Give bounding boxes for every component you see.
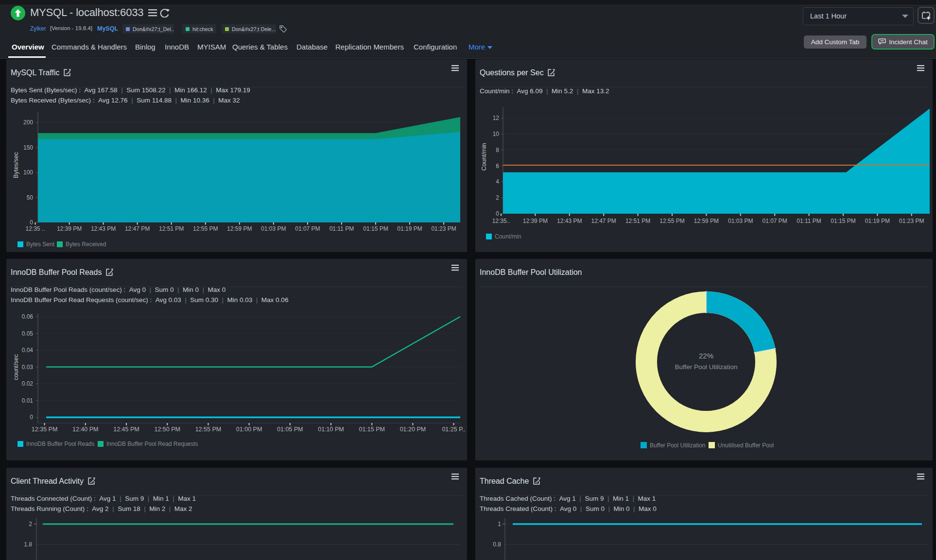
svg-text:0.03: 0.03: [22, 364, 34, 371]
svg-text:12:55 PM: 12:55 PM: [659, 218, 684, 224]
svg-text:Buffer Pool Utilization: Buffer Pool Utilization: [650, 442, 706, 449]
svg-text:01:11 PM: 01:11 PM: [329, 225, 354, 232]
svg-text:01:05 PM: 01:05 PM: [277, 426, 303, 433]
svg-text:12:43 PM: 12:43 PM: [91, 225, 116, 232]
svg-text:12:59 PM: 12:59 PM: [227, 225, 252, 232]
svg-text:12:35..: 12:35..: [492, 218, 510, 224]
svg-text:10: 10: [493, 131, 500, 137]
svg-text:Bytes Received: Bytes Received: [66, 241, 106, 248]
svg-text:150: 150: [23, 144, 33, 151]
svg-text:12:47 PM: 12:47 PM: [125, 225, 150, 232]
svg-text:0.06: 0.06: [22, 313, 34, 320]
svg-text:0: 0: [496, 210, 499, 217]
svg-text:Bytes/sec: Bytes/sec: [13, 152, 19, 178]
svg-text:0.04: 0.04: [22, 347, 34, 354]
svg-text:12:55 PM: 12:55 PM: [193, 225, 218, 232]
svg-text:12:35 ..: 12:35 ..: [25, 225, 45, 232]
svg-text:InnoDB Buffer Pool Reads: InnoDB Buffer Pool Reads: [26, 441, 95, 447]
svg-text:12:51 PM: 12:51 PM: [625, 218, 650, 224]
svg-text:8: 8: [496, 147, 499, 153]
svg-text:2: 2: [496, 194, 499, 201]
svg-text:01:15 PM: 01:15 PM: [363, 225, 388, 232]
svg-text:01:23 PM: 01:23 PM: [431, 225, 456, 232]
svg-text:1: 1: [498, 521, 501, 527]
svg-text:12:51 PM: 12:51 PM: [159, 225, 184, 232]
svg-text:Buffer Pool Utilization: Buffer Pool Utilization: [675, 363, 738, 371]
svg-text:01:07 PM: 01:07 PM: [763, 218, 787, 224]
svg-text:12:47 PM: 12:47 PM: [591, 218, 616, 224]
svg-text:01:25 P..: 01:25 P..: [442, 426, 465, 433]
svg-text:12:39 PM: 12:39 PM: [523, 218, 548, 224]
svg-text:22%: 22%: [699, 352, 713, 360]
svg-text:12: 12: [493, 115, 500, 121]
svg-text:100: 100: [23, 169, 33, 176]
svg-text:0.05: 0.05: [22, 330, 34, 337]
svg-text:4: 4: [496, 178, 499, 185]
svg-text:12:59 PM: 12:59 PM: [694, 218, 719, 224]
svg-text:50: 50: [27, 194, 34, 201]
svg-text:01:15 PM: 01:15 PM: [831, 218, 855, 224]
svg-text:Unutilised Buffer Pool: Unutilised Buffer Pool: [718, 442, 774, 449]
svg-text:01:10 PM: 01:10 PM: [318, 426, 344, 433]
svg-text:01:19 PM: 01:19 PM: [865, 218, 890, 224]
svg-text:12:40 PM: 12:40 PM: [72, 426, 99, 433]
svg-text:01:03 PM: 01:03 PM: [261, 225, 286, 232]
svg-text:01:20 PM: 01:20 PM: [400, 426, 426, 433]
svg-text:01:15 PM: 01:15 PM: [359, 426, 385, 433]
svg-text:InnoDB Buffer Pool Read Reques: InnoDB Buffer Pool Read Requests: [106, 441, 198, 447]
svg-text:Count/min: Count/min: [495, 233, 521, 240]
svg-text:12:50 PM: 12:50 PM: [154, 426, 180, 433]
svg-text:Count/min: Count/min: [481, 143, 487, 170]
svg-text:12:43 PM: 12:43 PM: [557, 218, 582, 224]
svg-text:0.8: 0.8: [493, 541, 501, 548]
svg-text:12:55 PM: 12:55 PM: [195, 426, 222, 433]
svg-text:01:19 PM: 01:19 PM: [397, 225, 422, 232]
svg-text:1.8: 1.8: [24, 541, 32, 548]
svg-text:12:39 PM: 12:39 PM: [57, 225, 82, 232]
svg-text:01:03 PM: 01:03 PM: [728, 218, 753, 224]
svg-text:0.02: 0.02: [22, 380, 34, 387]
svg-text:01:07 PM: 01:07 PM: [295, 225, 320, 232]
svg-text:01:11 PM: 01:11 PM: [797, 218, 821, 224]
svg-text:01:23 PM: 01:23 PM: [899, 218, 924, 224]
svg-text:12:45 PM: 12:45 PM: [113, 426, 139, 433]
svg-text:count/sec: count/sec: [13, 354, 19, 380]
svg-text:Bytes Sent: Bytes Sent: [26, 241, 55, 248]
svg-text:0: 0: [30, 219, 33, 226]
svg-text:0.01: 0.01: [22, 397, 34, 404]
svg-text:200: 200: [23, 119, 33, 126]
svg-text:6: 6: [496, 163, 499, 170]
svg-text:0: 0: [30, 414, 33, 421]
svg-text:01:00 PM: 01:00 PM: [236, 426, 262, 433]
svg-text:2: 2: [29, 521, 32, 527]
svg-text:12:35 PM: 12:35 PM: [32, 426, 58, 433]
